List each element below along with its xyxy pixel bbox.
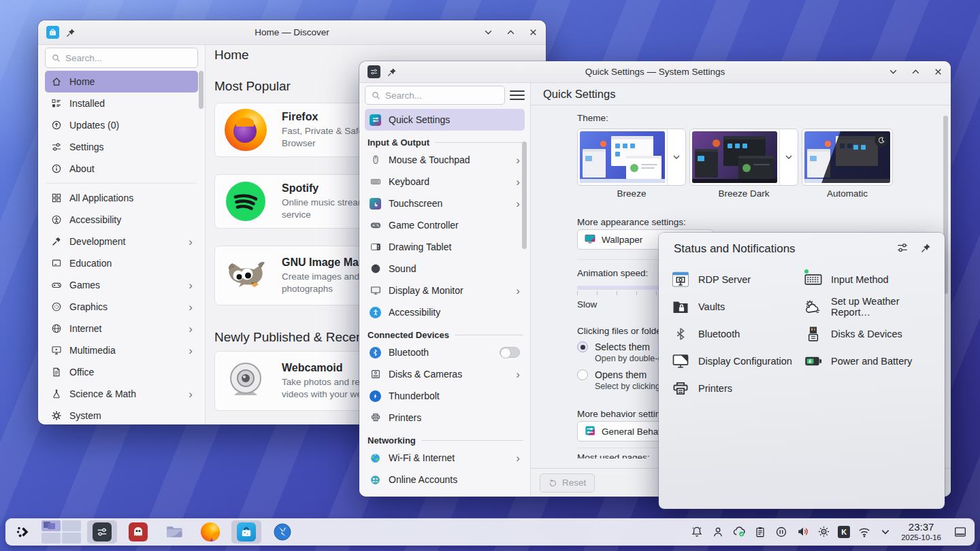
sidebar-item-multimedia[interactable]: Multimedia	[45, 339, 198, 361]
bluetooth-toggle[interactable]	[500, 347, 520, 358]
sidebar-item-office[interactable]: Office	[45, 361, 198, 383]
breeze-thumbnail	[580, 131, 665, 183]
settings-titlebar[interactable]: Quick Settings — System Settings	[359, 61, 951, 83]
minimize-button[interactable]	[889, 67, 898, 76]
discover-search-field[interactable]	[45, 48, 198, 68]
media-pause-icon[interactable]	[774, 525, 788, 539]
task-firefox[interactable]	[195, 520, 225, 544]
theme-card-breeze[interactable]	[577, 129, 686, 186]
task-konqueror[interactable]	[267, 520, 297, 544]
popup-item-power-battery[interactable]: Power and Battery	[804, 348, 936, 375]
pin-icon[interactable]	[387, 67, 397, 77]
cloud-sync-icon[interactable]	[732, 525, 746, 539]
task-ghostwriter[interactable]	[123, 520, 153, 544]
tray-expand-icon[interactable]	[879, 525, 892, 539]
sidebar-item-printers[interactable]: Printers	[365, 407, 525, 429]
pin-icon[interactable]	[921, 243, 931, 256]
popup-item-vaults[interactable]: Vaults	[671, 293, 804, 320]
search-input[interactable]	[65, 53, 191, 63]
sidebar-item-science-math[interactable]: Science & Math	[45, 383, 198, 405]
sidebar-item-graphics[interactable]: Graphics	[45, 296, 198, 318]
notifications-bell-icon[interactable]	[690, 525, 704, 539]
task-discover[interactable]	[231, 520, 261, 544]
task-dolphin[interactable]	[159, 520, 189, 544]
sidebar-item-wifi-internet[interactable]: Wi-Fi & Internet	[365, 447, 525, 469]
sidebar-item-education[interactable]: Education	[45, 252, 198, 274]
menu-icon[interactable]	[510, 88, 525, 103]
pin-icon[interactable]	[66, 28, 76, 37]
sidebar-item-quick-settings[interactable]: Quick Settings	[365, 109, 525, 131]
discover-sidebar: Home Installed Updates (0) Settings	[38, 45, 206, 424]
sidebar-item-updates[interactable]: Updates (0)	[45, 114, 198, 136]
sidebar-item-mouse-touchpad[interactable]: Mouse & Touchpad	[365, 149, 525, 171]
sidebar-item-accessibility[interactable]: Accessibility	[45, 209, 198, 231]
popup-item-weather[interactable]: Set up Weather Report…	[804, 293, 936, 320]
reset-button[interactable]: Reset	[540, 473, 595, 492]
sidebar-item-sound[interactable]: Sound	[365, 258, 525, 280]
popup-item-printers[interactable]: Printers	[671, 375, 804, 402]
theme-card-automatic[interactable]	[802, 129, 893, 186]
sidebar-item-online-accounts[interactable]: Online Accounts	[365, 469, 525, 490]
popup-item-display-configuration[interactable]: Display Configuration	[671, 348, 804, 375]
flask-icon	[50, 388, 62, 400]
settings-search-field[interactable]	[365, 86, 505, 105]
sidebar-item-settings[interactable]: Settings	[45, 136, 198, 158]
theme-card-breeze-dark[interactable]	[689, 129, 798, 186]
maximize-button[interactable]	[506, 28, 515, 37]
sidebar-item-development[interactable]: Development	[45, 231, 198, 252]
sidebar-item-games[interactable]: Games	[45, 274, 198, 296]
task-system-settings[interactable]	[87, 520, 117, 544]
keyboard-icon	[370, 176, 381, 188]
volume-icon[interactable]	[796, 525, 809, 539]
popup-item-bluetooth[interactable]: Bluetooth	[671, 320, 804, 348]
sidebar-item-accessibility[interactable]: Accessibility	[365, 301, 525, 323]
sidebar-item-all-applications[interactable]: All Applications	[45, 187, 198, 209]
digital-clock[interactable]: 23:37 2025-10-16	[901, 522, 941, 541]
sidebar-scrollbar[interactable]	[522, 141, 527, 249]
sidebar-item-disks-cameras[interactable]: Disks & Cameras	[365, 363, 525, 385]
close-button[interactable]	[529, 28, 538, 37]
popup-item-disks-devices[interactable]: Disks & Devices	[804, 320, 936, 348]
sidebar-item-thunderbolt[interactable]: Thunderbolt	[365, 385, 525, 407]
theme-dropdown-button[interactable]	[779, 129, 798, 185]
sidebar-scrollbar[interactable]	[199, 71, 203, 109]
sidebar-item-game-controller[interactable]: Game Controller	[365, 214, 525, 236]
theme-dropdown-button[interactable]	[667, 129, 685, 185]
maximize-button[interactable]	[911, 67, 920, 76]
kde-connect-icon[interactable]	[838, 526, 850, 538]
show-desktop-button[interactable]	[953, 525, 968, 539]
firefox-icon	[225, 109, 267, 151]
close-button[interactable]	[934, 67, 943, 76]
gimp-icon	[225, 254, 267, 297]
more-appearance-label: More appearance settings:	[577, 217, 951, 227]
discover-titlebar[interactable]: Home — Discover	[38, 20, 546, 45]
wifi-icon[interactable]	[858, 525, 871, 539]
window-title: Home — Discover	[38, 27, 546, 37]
minimize-button[interactable]	[484, 28, 493, 37]
discover-app-icon	[46, 26, 59, 39]
clipboard-icon[interactable]	[753, 525, 767, 539]
search-input[interactable]	[385, 90, 498, 101]
sidebar-item-touchscreen[interactable]: Touchscreen	[365, 193, 525, 214]
virtual-desktop-pager[interactable]	[42, 520, 81, 544]
brightness-icon[interactable]	[817, 525, 830, 539]
sidebar-item-about[interactable]: About	[45, 158, 198, 180]
hammer-icon	[50, 236, 62, 248]
breeze-dark-thumbnail	[692, 131, 777, 183]
popup-item-input-method[interactable]: Input Method	[804, 266, 936, 293]
sidebar-item-drawing-tablet[interactable]: Drawing Tablet	[365, 236, 525, 258]
sidebar-item-internet[interactable]: Internet	[45, 318, 198, 339]
app-launcher-button[interactable]	[12, 520, 35, 544]
user-icon[interactable]	[711, 525, 725, 539]
popup-item-rdp-server[interactable]: RDP Server	[671, 266, 804, 293]
configure-icon[interactable]	[896, 241, 909, 256]
chevron-right-icon	[189, 236, 193, 248]
sidebar-item-home[interactable]: Home	[45, 71, 198, 93]
sidebar-item-display-monitor[interactable]: Display & Monitor	[365, 280, 525, 301]
sidebar-item-installed[interactable]: Installed	[45, 93, 198, 114]
sidebar-item-bluetooth[interactable]: Bluetooth	[365, 341, 525, 363]
sidebar-item-keyboard[interactable]: Keyboard	[365, 171, 525, 193]
sidebar-item-label: Printers	[389, 412, 421, 423]
bluetooth-icon	[671, 325, 689, 343]
sidebar-item-system[interactable]: System	[45, 405, 198, 424]
